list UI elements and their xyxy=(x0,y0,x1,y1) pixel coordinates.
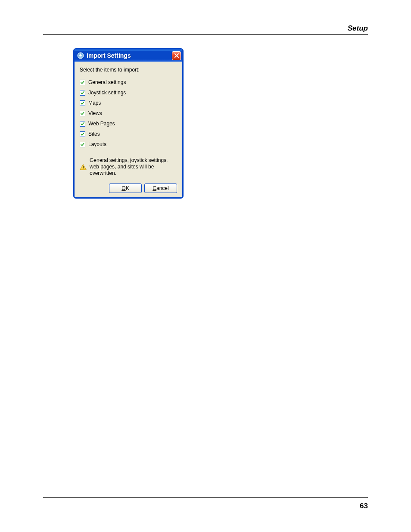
titlebar: Import Settings xyxy=(75,50,182,62)
page-header-section: Setup xyxy=(43,24,368,33)
cancel-button[interactable]: Cancel xyxy=(144,184,177,193)
checkbox-row-web-pages: Web Pages xyxy=(80,118,177,129)
checkbox-views[interactable] xyxy=(80,111,85,116)
checkbox-sites[interactable] xyxy=(80,131,85,137)
header-rule xyxy=(43,34,368,35)
checkbox-label: Sites xyxy=(88,131,100,137)
checkbox-joystick-settings[interactable] xyxy=(80,90,85,96)
checkbox-label: General settings xyxy=(88,79,126,85)
checkbox-general-settings[interactable] xyxy=(80,80,85,85)
close-button[interactable] xyxy=(172,51,181,60)
checkbox-layouts[interactable] xyxy=(80,142,85,147)
warning-row: General settings, joystick settings, web… xyxy=(80,157,177,177)
svg-rect-2 xyxy=(83,166,84,168)
cancel-hotkey: C xyxy=(153,185,156,191)
checkbox-label: Maps xyxy=(88,100,101,106)
checkbox-row-joystick-settings: Joystick settings xyxy=(80,87,177,98)
button-row: OK Cancel xyxy=(80,184,177,193)
checkbox-row-sites: Sites xyxy=(80,129,177,139)
import-settings-dialog: Import Settings Select the items to impo… xyxy=(73,48,184,199)
footer-rule xyxy=(43,497,368,498)
checkbox-row-general-settings: General settings xyxy=(80,77,177,87)
checkbox-row-maps: Maps xyxy=(80,98,177,108)
warning-text: General settings, joystick settings, web… xyxy=(90,157,177,177)
ok-button[interactable]: OK xyxy=(109,184,142,193)
page-number: 63 xyxy=(360,502,368,510)
checkbox-label: Views xyxy=(88,110,102,116)
warning-icon xyxy=(80,164,87,170)
checkbox-row-views: Views xyxy=(80,108,177,118)
ok-hotkey: O xyxy=(121,185,125,191)
svg-rect-3 xyxy=(83,168,84,169)
import-icon xyxy=(77,52,84,59)
dialog-body: Select the items to import: General sett… xyxy=(75,62,182,197)
checkbox-label: Joystick settings xyxy=(88,90,126,96)
checkbox-label: Layouts xyxy=(88,141,106,147)
ok-rest: K xyxy=(126,185,129,191)
close-icon xyxy=(174,53,179,58)
cancel-rest: ancel xyxy=(156,185,169,191)
checkbox-maps[interactable] xyxy=(80,100,85,106)
prompt-text: Select the items to import: xyxy=(80,67,177,73)
checkbox-row-layouts: Layouts xyxy=(80,139,177,149)
dialog-title: Import Settings xyxy=(87,52,169,59)
checkbox-web-pages[interactable] xyxy=(80,121,85,127)
checkbox-label: Web Pages xyxy=(88,121,115,127)
